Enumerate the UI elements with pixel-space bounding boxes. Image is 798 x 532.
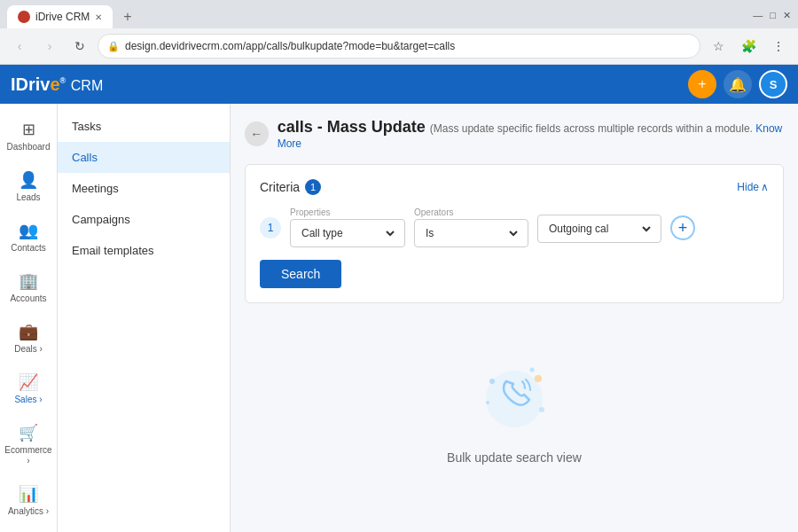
add-criteria-button[interactable]: +: [670, 215, 695, 240]
back-button[interactable]: ←: [245, 121, 269, 146]
logo-area: IDrive® CRM: [11, 74, 688, 95]
reload-button[interactable]: ↻: [67, 34, 92, 59]
page-title: calls - Mass Update: [278, 118, 430, 136]
criteria-title: Criteria 1: [260, 179, 321, 195]
criteria-card: Criteria 1 Hide ∧ 1 Properties Call t: [245, 164, 784, 303]
logo-crm: CRM: [71, 78, 103, 93]
extensions-button[interactable]: 🧩: [736, 34, 761, 59]
svg-point-1: [489, 379, 495, 384]
search-button-area: Search: [260, 260, 769, 288]
deals-icon: 💼: [19, 322, 38, 341]
top-navigation: IDrive® CRM + 🔔 S: [0, 65, 798, 104]
page-title-text: calls - Mass Update: [278, 118, 426, 136]
criteria-count-badge: 1: [305, 179, 321, 195]
close-button[interactable]: ✕: [783, 10, 791, 21]
contacts-icon: 👥: [19, 221, 38, 240]
accounts-icon: 🏢: [19, 271, 38, 291]
empty-state: Bulk update search view: [245, 303, 784, 518]
criteria-label: Criteria: [260, 180, 300, 194]
back-browser-button[interactable]: ‹: [7, 34, 32, 59]
page-subtitle-text: (Mass update specific fields across mult…: [430, 122, 753, 135]
hide-label: Hide: [737, 181, 759, 193]
sidebar-item-contacts[interactable]: 👥 Contacts: [4, 214, 53, 261]
sidebar-item-label-contacts: Contacts: [11, 243, 45, 254]
address-bar[interactable]: 🔒 design.devidrivecrm.com/app/calls/bulk…: [98, 34, 700, 59]
hide-chevron-icon: ∧: [761, 181, 769, 193]
ecommerce-icon: 🛒: [19, 423, 38, 442]
browser-titlebar: iDrive CRM ✕ + — □ ✕: [0, 0, 798, 28]
browser-chrome: iDrive CRM ✕ + — □ ✕ ‹ › ↻ 🔒 design.devi…: [0, 0, 798, 65]
sidebar-item-leads[interactable]: 👤 Leads: [4, 163, 53, 210]
page-header: ← calls - Mass Update (Mass update speci…: [245, 118, 784, 150]
sidebar-item-accounts[interactable]: 🏢 Accounts: [4, 264, 53, 311]
svg-point-0: [486, 371, 543, 427]
search-button[interactable]: Search: [260, 260, 341, 288]
sales-icon: 📈: [19, 372, 38, 392]
sidebar-item-label-analytics: Analytics ›: [8, 506, 49, 517]
criteria-header: Criteria 1 Hide ∧: [260, 179, 769, 195]
hide-button[interactable]: Hide ∧: [737, 181, 769, 193]
value-select[interactable]: Outgoing cal Outgoing call Incoming call…: [545, 222, 653, 236]
sidebar-item-sales[interactable]: 📈 Sales ›: [4, 365, 53, 412]
module-item-tasks[interactable]: Tasks: [58, 111, 230, 142]
menu-button[interactable]: ⋮: [766, 34, 791, 59]
tab-title: iDrive CRM: [35, 11, 90, 23]
value-select-wrapper[interactable]: Outgoing cal Outgoing call Incoming call…: [537, 215, 661, 243]
empty-state-text: Bulk update search view: [447, 450, 582, 465]
logo-superscript: ®: [60, 76, 66, 85]
back-icon: ←: [250, 127, 262, 141]
svg-point-4: [539, 407, 544, 412]
analytics-icon: 📊: [19, 484, 38, 504]
properties-field-group: Properties Call type Subject Status Dura…: [290, 207, 405, 247]
top-nav-actions: + 🔔 S: [688, 70, 787, 98]
favicon: [18, 11, 30, 23]
sidebar-item-dashboard[interactable]: ⊞ Dashboard: [4, 113, 53, 160]
bookmark-button[interactable]: ☆: [706, 34, 731, 59]
lock-icon: 🔒: [107, 41, 120, 52]
forward-browser-button[interactable]: ›: [37, 34, 62, 59]
svg-point-3: [486, 401, 489, 404]
module-sidebar: Tasks Calls Meetings Campaigns Email tem…: [58, 104, 231, 532]
svg-point-2: [535, 375, 542, 382]
main-content: ← calls - Mass Update (Mass update speci…: [231, 104, 798, 532]
properties-select-wrapper[interactable]: Call type Subject Status Duration Descri…: [290, 219, 405, 247]
page-title-area: calls - Mass Update (Mass update specifi…: [278, 118, 784, 150]
app-wrapper: ⊞ Dashboard 👤 Leads 👥 Contacts 🏢 Account…: [0, 104, 798, 532]
sidebar-item-label-accounts: Accounts: [10, 293, 46, 304]
operators-select-wrapper[interactable]: Is Is not Contains Does not contain: [414, 219, 528, 247]
sidebar-item-ecommerce[interactable]: 🛒 Ecommerce ›: [4, 416, 53, 473]
operators-label: Operators: [414, 207, 528, 217]
logo-main: IDriv: [11, 74, 50, 94]
properties-select[interactable]: Call type Subject Status Duration Descri…: [298, 226, 397, 240]
browser-tab[interactable]: iDrive CRM ✕: [7, 5, 113, 28]
dashboard-icon: ⊞: [22, 120, 35, 139]
notifications-button[interactable]: 🔔: [724, 70, 752, 98]
browser-controls: ‹ › ↻ 🔒 design.devidrivecrm.com/app/call…: [0, 28, 798, 64]
sidebar-item-label-sales: Sales ›: [14, 395, 42, 405]
operators-select[interactable]: Is Is not Contains Does not contain: [422, 226, 520, 240]
tab-close-icon[interactable]: ✕: [95, 12, 102, 22]
logo-accent: e: [50, 74, 59, 94]
criteria-row: 1 Properties Call type Subject Status Du…: [260, 207, 769, 247]
logo: IDrive® CRM: [11, 74, 103, 95]
left-sidebar: ⊞ Dashboard 👤 Leads 👥 Contacts 🏢 Account…: [0, 104, 58, 532]
minimize-button[interactable]: —: [753, 10, 763, 20]
module-item-meetings[interactable]: Meetings: [58, 173, 230, 204]
value-field-group: Outgoing cal Outgoing call Incoming call…: [537, 213, 661, 243]
leads-icon: 👤: [19, 170, 38, 190]
sidebar-item-analytics[interactable]: 📊 Analytics ›: [4, 477, 53, 524]
user-avatar[interactable]: S: [759, 70, 787, 98]
module-item-email-templates[interactable]: Email templates: [58, 235, 230, 266]
module-item-calls[interactable]: Calls: [58, 142, 230, 173]
maximize-button[interactable]: □: [770, 10, 776, 20]
url-display: design.devidrivecrm.com/app/calls/bulkup…: [125, 40, 455, 52]
sidebar-item-data-migration[interactable]: 🔄 Data Migration: [4, 528, 53, 532]
sidebar-item-label-leads: Leads: [16, 192, 40, 203]
svg-point-5: [530, 368, 535, 372]
row-number: 1: [260, 217, 281, 239]
operators-field-group: Operators Is Is not Contains Does not co…: [414, 207, 528, 247]
new-tab-button[interactable]: +: [116, 5, 138, 28]
add-button[interactable]: +: [688, 70, 716, 98]
sidebar-item-deals[interactable]: 💼 Deals ›: [4, 315, 53, 362]
module-item-campaigns[interactable]: Campaigns: [58, 204, 230, 235]
